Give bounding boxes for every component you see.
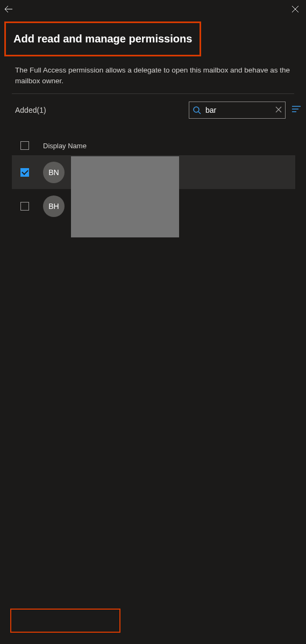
search-box[interactable]: [189, 102, 286, 119]
avatar: BH: [43, 196, 65, 217]
close-icon: [291, 5, 300, 13]
arrow-left-icon: [4, 5, 13, 13]
svg-point-0: [194, 107, 199, 112]
clear-icon: [275, 106, 282, 113]
row-checkbox[interactable]: [20, 168, 29, 177]
search-icon: [193, 106, 201, 114]
page-title-highlight: Add read and manage permissions: [4, 21, 201, 56]
table-header-row: Display Name: [12, 141, 295, 155]
results-list: Display Name BN BH: [12, 141, 295, 223]
filter-lines-icon: [292, 105, 301, 113]
select-all-checkbox[interactable]: [20, 141, 29, 150]
clear-search-button[interactable]: [275, 105, 282, 115]
avatar: BN: [43, 162, 65, 183]
search-input[interactable]: [205, 106, 275, 114]
redaction-overlay: [71, 156, 179, 237]
added-count-label: Added(1): [15, 106, 46, 114]
row-checkbox[interactable]: [20, 202, 29, 211]
back-button[interactable]: [3, 4, 14, 17]
page-title: Add read and manage permissions: [13, 33, 192, 45]
close-button[interactable]: [290, 4, 301, 17]
bottom-highlight-box: [10, 609, 120, 633]
filter-button[interactable]: [292, 105, 301, 115]
page-description: The Full Access permission allows a dele…: [0, 56, 306, 93]
column-header-display-name: Display Name: [43, 142, 87, 150]
